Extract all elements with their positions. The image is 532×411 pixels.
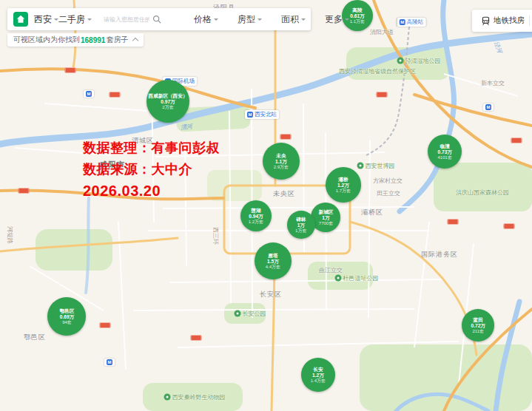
district-price-bubble[interactable]: 长安 1.2万 1.4万套 (301, 358, 335, 392)
bubble-avg-price: 1.2万 (336, 182, 351, 188)
results-suffix: 套房子 (106, 35, 128, 45)
filter-price[interactable]: 价格 (194, 13, 218, 26)
house-icon (16, 14, 26, 24)
results-summary-bar: 可视区域内为你找到168991套房子 (7, 33, 144, 47)
search-input[interactable] (104, 16, 149, 23)
district-price-bubble[interactable]: 新城区 1万 7700套 (311, 203, 340, 232)
road-number-badge (280, 134, 292, 140)
bubble-district-name: 灞桥 (336, 176, 351, 182)
bubble-avg-price: 0.72万 (471, 322, 485, 328)
bubble-listing-count: 1万套 (295, 228, 306, 233)
map-canvas[interactable]: 泾阳县 清阳大道 泾河 渭河 渭城区 咸阳市 未央区 灞桥区 长安区 鄠邑区 (0, 0, 532, 411)
search-header-card: 西安 二手房 价格 房型 面积 更多 (7, 8, 311, 30)
bubble-district-name: 未央 (274, 152, 289, 158)
divider (529, 16, 530, 26)
bubble-listing-count: 1.4万套 (311, 378, 326, 383)
chevron-down-icon (87, 18, 92, 23)
district-price-bubble[interactable]: 灞桥 1.2万 1.7万套 (326, 167, 361, 203)
bubble-listing-count: 1.7万套 (336, 188, 351, 193)
filter-bar: 价格 房型 面积 更多 (194, 13, 349, 26)
road-number-badge (504, 223, 515, 229)
metro-icon (247, 112, 253, 118)
bubble-listing-count: 1.2万套 (249, 219, 263, 224)
search-box (104, 15, 161, 24)
chevron-down-icon (301, 18, 306, 23)
metro-find-button[interactable]: 地铁找房 (472, 10, 532, 32)
filter-room-type[interactable]: 房型 (238, 13, 262, 26)
district-price-bubble[interactable]: 鄠邑区 0.69万 94套 (47, 297, 86, 336)
chevron-down-icon (345, 18, 349, 23)
bubble-district-name: 蓝田 (471, 316, 485, 322)
bubble-district-name: 长安 (311, 366, 326, 372)
bubble-avg-price: 1万 (318, 214, 333, 220)
district-price-bubble[interactable]: 西咸新区（西安） 0.97万 2万套 (147, 80, 189, 123)
bubble-district-name: 雁塔 (266, 252, 280, 258)
road-number-badge (511, 137, 522, 143)
bubble-listing-count: 2万套 (149, 104, 188, 109)
road-number-badge (377, 92, 388, 98)
bubble-avg-price: 0.73万 (437, 149, 451, 154)
bubble-listing-count: 4.4万套 (266, 264, 280, 269)
bubble-avg-price: 0.61万 (350, 13, 365, 18)
bubble-avg-price: 0.94万 (249, 213, 263, 219)
district-price-bubble[interactable]: 未央 1.1万 2.9万套 (263, 143, 300, 180)
bubble-district-name: 西咸新区（西安） (149, 92, 188, 98)
bubble-district-name: 临潼 (437, 143, 451, 149)
bubble-district-name: 新城区 (318, 208, 333, 214)
bubble-avg-price: 1.2万 (311, 372, 326, 378)
metro-station-badge (84, 90, 94, 98)
bubble-listing-count: 211套 (471, 328, 485, 333)
bubble-avg-price: 1.1万 (274, 158, 289, 164)
metro-station-badge: 西安北站 (245, 110, 279, 119)
bubble-district-name: 鄠邑区 (59, 308, 74, 313)
bubble-avg-price: 0.97万 (149, 98, 188, 104)
bubble-listing-count: 4101套 (437, 154, 451, 160)
chevron-up-icon[interactable] (132, 38, 138, 44)
metro-station-badge: 高陵站 (397, 18, 426, 27)
results-prefix: 可视区域内为你找到 (13, 35, 80, 45)
metro-station-badge (483, 103, 494, 111)
search-icon[interactable] (152, 15, 161, 24)
bubble-district-name: 莲湖 (249, 207, 263, 213)
filter-area[interactable]: 面积 (281, 13, 306, 26)
metro-icon (400, 19, 405, 25)
district-price-bubble[interactable]: 临潼 0.73万 4101套 (428, 135, 462, 169)
bubble-avg-price: 0.69万 (59, 313, 74, 319)
bubble-listing-count: 1.1万套 (350, 18, 365, 24)
district-price-bubble[interactable]: 莲湖 0.94万 1.2万套 (240, 200, 272, 231)
bubble-listing-count: 2.9万套 (274, 164, 289, 169)
train-icon (481, 16, 491, 26)
chevron-down-icon (214, 18, 218, 23)
district-price-bubble[interactable]: 蓝田 0.72万 211套 (462, 309, 494, 342)
results-count: 168991 (81, 36, 105, 44)
road-number-badge (191, 335, 202, 341)
chevron-down-icon (257, 18, 262, 23)
beike-logo[interactable] (13, 12, 28, 27)
district-price-bubble[interactable]: 碑林 1万 1万套 (287, 211, 315, 239)
road-number-badge (18, 188, 30, 194)
metro-find-label: 地铁找房 (494, 16, 525, 26)
metro-station-badge (104, 359, 115, 366)
metro-icon (107, 359, 112, 365)
road-number-badge (448, 219, 459, 225)
bubble-district-name: 碑林 (295, 216, 306, 222)
category-selector[interactable]: 二手房 (58, 13, 92, 26)
bubble-district-name: 高陵 (350, 7, 365, 13)
road-number-badge (65, 67, 76, 73)
bubble-listing-count: 94套 (59, 319, 74, 325)
bubble-avg-price: 1万 (295, 222, 306, 228)
district-price-bubble[interactable]: 雁塔 1.5万 4.4万套 (255, 242, 292, 279)
road-number-badge (100, 322, 111, 328)
metro-icon (485, 104, 491, 110)
metro-icon (86, 91, 92, 97)
bubble-avg-price: 1.5万 (266, 258, 280, 264)
city-selector[interactable]: 西安 (34, 13, 58, 26)
filter-more[interactable]: 更多 (325, 13, 349, 26)
road-number-badge (110, 92, 121, 98)
bubble-listing-count: 7700套 (318, 220, 333, 225)
